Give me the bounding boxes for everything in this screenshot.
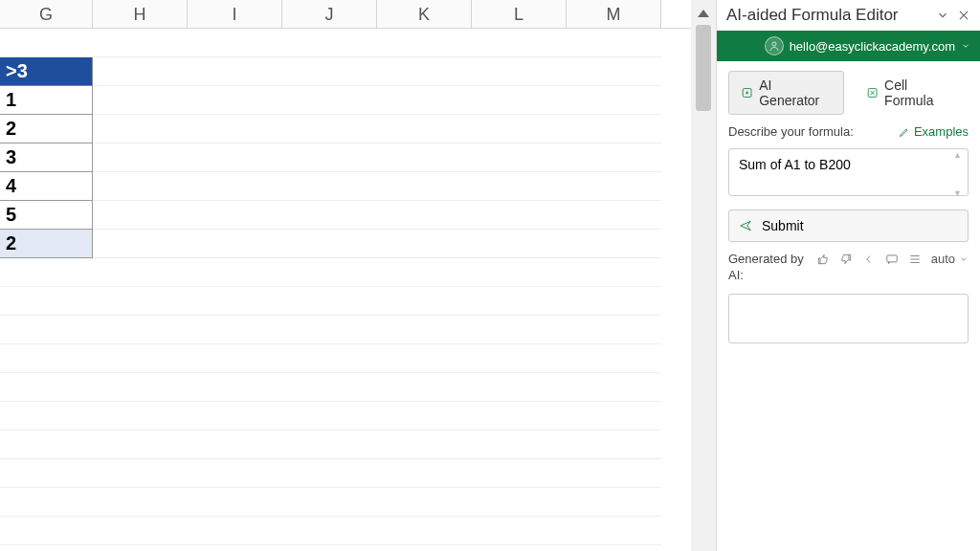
cell[interactable] (188, 201, 282, 230)
data-cell[interactable]: 3 (0, 143, 93, 172)
close-icon[interactable] (957, 9, 970, 22)
cell[interactable] (282, 57, 377, 86)
cell[interactable] (472, 172, 567, 201)
auto-label: auto (931, 252, 955, 266)
column-header[interactable]: G (0, 0, 93, 28)
cell[interactable] (567, 57, 661, 86)
panel-title: AI-aided Formula Editor (726, 6, 899, 25)
data-cell[interactable]: 1 (0, 86, 93, 115)
thumbs-up-icon[interactable] (816, 253, 830, 266)
list-icon[interactable] (908, 253, 922, 266)
svg-point-0 (772, 42, 776, 46)
describe-label: Describe your formula: (728, 124, 854, 139)
ai-formula-panel: AI-aided Formula Editor hello@easyclicka… (716, 0, 980, 551)
cell[interactable] (93, 115, 188, 143)
cell[interactable] (0, 29, 93, 57)
cell[interactable] (93, 230, 188, 258)
column-header[interactable]: L (472, 0, 567, 28)
cell[interactable] (472, 57, 567, 86)
account-email: hello@easyclickacademy.com (790, 39, 955, 54)
cell[interactable] (567, 29, 661, 57)
pencil-icon (899, 126, 910, 138)
scroll-up-icon[interactable] (698, 10, 709, 17)
account-bar[interactable]: hello@easyclickacademy.com (717, 31, 980, 61)
column-header[interactable]: M (567, 0, 661, 28)
send-icon (739, 219, 752, 232)
panel-titlebar: AI-aided Formula Editor (717, 0, 980, 31)
cell[interactable] (472, 201, 567, 230)
cell[interactable] (188, 29, 282, 57)
data-cell[interactable]: 5 (0, 201, 93, 230)
cell-icon (866, 86, 879, 99)
avatar-icon (765, 36, 784, 55)
tab-ai-generator[interactable]: AI Generator (728, 71, 844, 115)
cell[interactable] (472, 230, 567, 258)
auto-dropdown[interactable]: auto (931, 252, 969, 266)
thumbs-down-icon[interactable] (839, 253, 853, 266)
cell[interactable] (188, 57, 282, 86)
cell[interactable] (282, 86, 377, 115)
cell[interactable] (93, 86, 188, 115)
cell[interactable] (93, 57, 188, 86)
cell[interactable] (93, 29, 188, 57)
chevron-down-icon[interactable] (936, 9, 949, 22)
cell[interactable] (472, 115, 567, 143)
vertical-scrollbar[interactable] (691, 0, 716, 551)
grid-body[interactable]: >3 1 2 3 4 5 2 (0, 29, 691, 551)
cell[interactable] (377, 143, 472, 172)
scrollbar-thumb[interactable] (696, 25, 711, 111)
cell[interactable] (472, 143, 567, 172)
cell[interactable] (567, 172, 661, 201)
ai-output-box[interactable] (728, 294, 969, 343)
submit-button[interactable]: Submit (728, 209, 969, 242)
cell[interactable] (567, 201, 661, 230)
formula-description-input[interactable] (728, 148, 969, 196)
spreadsheet-area: G H I J K L M >3 1 (0, 0, 691, 551)
column-header[interactable]: K (377, 0, 472, 28)
cell[interactable] (188, 86, 282, 115)
cell[interactable] (282, 29, 377, 57)
cell[interactable] (188, 115, 282, 143)
cell[interactable] (188, 230, 282, 258)
cell[interactable] (93, 201, 188, 230)
examples-link[interactable]: Examples (899, 124, 969, 139)
cell[interactable] (377, 172, 472, 201)
svg-rect-3 (886, 254, 897, 261)
cell[interactable] (93, 143, 188, 172)
column-header-row: G H I J K L M (0, 0, 691, 29)
cell[interactable] (282, 201, 377, 230)
cell[interactable] (188, 172, 282, 201)
chat-icon[interactable] (885, 253, 899, 266)
cell[interactable] (93, 172, 188, 201)
result-cell[interactable]: 2 (0, 230, 93, 258)
cell[interactable] (377, 230, 472, 258)
cell[interactable] (567, 230, 661, 258)
cell[interactable] (567, 86, 661, 115)
cell[interactable] (377, 29, 472, 57)
cell[interactable] (472, 29, 567, 57)
data-cell[interactable]: 4 (0, 172, 93, 201)
criterion-header-cell[interactable]: >3 (0, 57, 93, 86)
column-header[interactable]: I (188, 0, 282, 28)
cell[interactable] (377, 86, 472, 115)
generated-label: Generated by AI: (728, 252, 807, 284)
tab-label: AI Generator (759, 77, 832, 108)
cell[interactable] (377, 115, 472, 143)
cell[interactable] (567, 143, 661, 172)
cell[interactable] (282, 115, 377, 143)
cell[interactable] (567, 115, 661, 143)
back-arrow-icon[interactable] (862, 253, 876, 266)
cell[interactable] (377, 201, 472, 230)
cell[interactable] (282, 143, 377, 172)
cell[interactable] (188, 143, 282, 172)
examples-label: Examples (914, 124, 969, 139)
cell[interactable] (282, 172, 377, 201)
column-header[interactable]: J (282, 0, 377, 28)
data-cell[interactable]: 2 (0, 115, 93, 143)
column-header[interactable]: H (93, 0, 188, 28)
cell[interactable] (282, 230, 377, 258)
tab-cell-formula[interactable]: Cell Formula (854, 71, 969, 115)
generated-actions: auto (816, 252, 969, 266)
cell[interactable] (377, 57, 472, 86)
cell[interactable] (472, 86, 567, 115)
